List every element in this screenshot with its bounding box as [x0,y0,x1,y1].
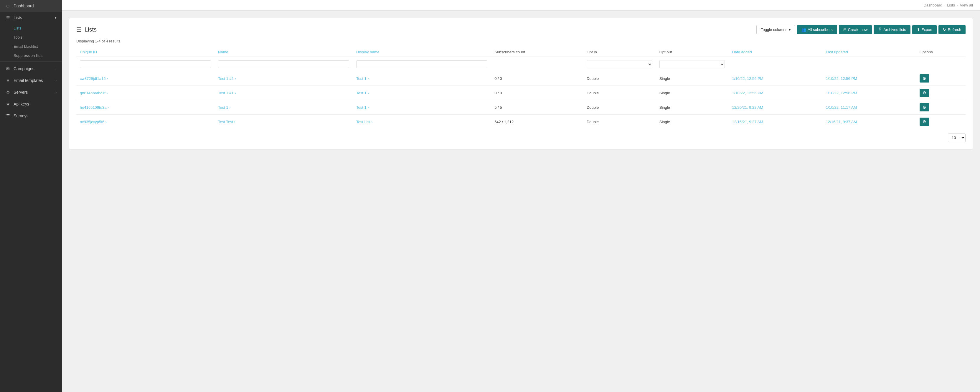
cell-subscribers-count: 5 / 5 [491,100,583,115]
cell-display-name: Test 1 › [353,86,491,100]
cell-unique-id: cw8729jdf1a15 › [76,71,215,86]
col-header-last-updated[interactable]: Last updated [822,48,916,57]
export-button[interactable]: ⬆ Export [912,25,937,34]
name-link[interactable]: Test Test › [218,120,235,124]
display-text: Displaying 1-4 of 4 results. [76,39,966,43]
lists-chevron-icon: ▾ [55,16,57,20]
all-subscribers-icon: 👥 [802,27,806,32]
name-link[interactable]: Test 1 #1 › [218,91,236,95]
surveys-icon: ☰ [5,113,11,118]
sidebar-item-dashboard[interactable]: ⊙ Dashboard [0,0,62,12]
display-name-link[interactable]: Test 1 › [356,91,369,95]
row-options-button[interactable]: ⚙ [920,103,929,112]
sidebar-sub-email-blacklist[interactable]: Email blacklist [0,42,62,51]
sidebar-item-email-templates[interactable]: ≡ Email templates › [0,75,62,86]
row-options-button[interactable]: ⚙ [920,89,929,97]
sidebar-item-lists[interactable]: ☰ Lists ▾ [0,12,62,24]
cell-date-added: 12/16/21, 9:37 AM [729,115,822,129]
all-subscribers-button[interactable]: 👥 All subscribers [797,25,837,34]
sidebar-sub-suppression[interactable]: Suppression lists [0,51,62,60]
name-link[interactable]: Test 1 › [218,105,231,110]
col-header-date-added[interactable]: Date added [729,48,822,57]
action-buttons: Toggle columns ▾ 👥 All subscribers ⊞ Cre… [756,25,966,34]
unique-id-link[interactable]: nx935jcyyp5f6 › [80,120,107,124]
table-header-row: Unique ID Name Display name Subscribers … [76,48,966,57]
refresh-icon: ↻ [943,27,946,32]
sidebar-sub-lists[interactable]: Lists [0,24,62,33]
card-title-icon: ☰ [76,26,82,33]
sidebar-item-servers[interactable]: ⚙ Servers › [0,86,62,98]
col-header-name[interactable]: Name [215,48,353,57]
filter-name[interactable] [218,61,349,68]
table-row: gn614hbarbc1f › Test 1 #1 › Test 1 › 0 /… [76,86,966,100]
cell-options: ⚙ [916,100,966,115]
row-options-button[interactable]: ⚙ [920,118,929,126]
cell-opt-in: Double [583,100,656,115]
card-header: ☰ Lists Toggle columns ▾ 👥 All subscribe… [76,25,966,34]
cell-options: ⚙ [916,115,966,129]
campaigns-chevron-icon: › [56,67,57,70]
cell-opt-out: Single [656,86,729,100]
breadcrumb-lists[interactable]: Lists [947,3,955,7]
lists-icon: ☰ [5,15,11,20]
filter-display-name[interactable] [356,61,487,68]
card-title: ☰ Lists [76,26,97,33]
refresh-button[interactable]: ↻ Refresh [939,25,966,34]
page-content: ☰ Lists Toggle columns ▾ 👥 All subscribe… [62,11,980,392]
toggle-columns-button[interactable]: Toggle columns ▾ [756,25,795,34]
sidebar-item-campaigns[interactable]: ✉ Campaigns › [0,63,62,75]
col-header-unique-id[interactable]: Unique ID [76,48,215,57]
breadcrumb-view-all[interactable]: View all [960,3,973,7]
email-templates-icon: ≡ [5,78,11,83]
cell-display-name: Test List › [353,115,491,129]
cell-opt-out: Single [656,100,729,115]
create-new-button[interactable]: ⊞ Create new [839,25,872,34]
dashboard-icon: ⊙ [5,3,11,8]
filter-opt-out[interactable]: Single Double [659,60,725,69]
main-content: Dashboard › Lists › View all ☰ Lists Tog… [62,0,980,392]
archived-lists-button[interactable]: 🗄 Archived lists [873,25,910,34]
cell-opt-in: Double [583,115,656,129]
breadcrumb-dashboard[interactable]: Dashboard [923,3,942,7]
cell-options: ⚙ [916,86,966,100]
col-header-opt-in: Opt in [583,48,656,57]
cell-name: Test 1 #1 › [215,86,353,100]
sidebar-item-surveys[interactable]: ☰ Surveys [0,110,62,122]
cell-name: Test Test › [215,115,353,129]
lists-table-wrapper: Unique ID Name Display name Subscribers … [76,48,966,129]
per-page-select[interactable]: 10 25 50 100 [948,134,966,142]
filter-unique-id[interactable] [80,61,211,68]
sidebar-item-surveys-label: Surveys [14,113,29,118]
table-body: cw8729jdf1a15 › Test 1 #2 › Test 1 › 0 /… [76,71,966,129]
sidebar-item-api-keys[interactable]: ★ Api keys [0,98,62,110]
col-header-options: Options [916,48,966,57]
breadcrumb-sep-2: › [957,3,958,7]
table-filter-row: Double Single Single Double [76,57,966,71]
cell-opt-out: Single [656,71,729,86]
filter-opt-in[interactable]: Double Single [587,60,652,69]
cell-options: ⚙ [916,71,966,86]
cell-unique-id: ho4165106td3a › [76,100,215,115]
display-name-link[interactable]: Test 1 › [356,105,369,110]
sidebar-sub-tools[interactable]: Tools [0,33,62,42]
display-name-link[interactable]: Test List › [356,120,373,124]
sidebar-item-campaigns-label: Campaigns [14,66,35,71]
page-title: Lists [84,26,97,33]
cell-name: Test 1 #2 › [215,71,353,86]
col-header-display-name[interactable]: Display name [353,48,491,57]
servers-icon: ⚙ [5,90,11,95]
api-keys-icon: ★ [5,102,11,107]
cell-date-added: 1/10/22, 12:56 PM [729,71,822,86]
cell-name: Test 1 › [215,100,353,115]
cell-unique-id: gn614hbarbc1f › [76,86,215,100]
lists-card: ☰ Lists Toggle columns ▾ 👥 All subscribe… [69,18,973,150]
display-name-link[interactable]: Test 1 › [356,76,369,81]
unique-id-link[interactable]: ho4165106td3a › [80,105,109,110]
unique-id-link[interactable]: cw8729jdf1a15 › [80,76,108,81]
unique-id-link[interactable]: gn614hbarbc1f › [80,91,108,95]
cell-last-updated: 1/10/22, 11:17 AM [822,100,916,115]
name-link[interactable]: Test 1 #2 › [218,76,236,81]
campaigns-icon: ✉ [5,66,11,71]
export-icon: ⬆ [916,27,920,32]
row-options-button[interactable]: ⚙ [920,74,929,83]
